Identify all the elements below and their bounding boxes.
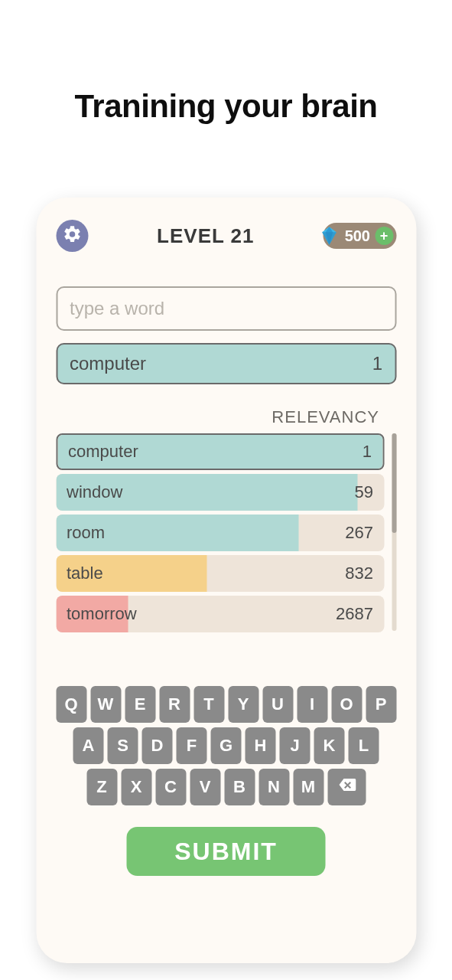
guess-score: 267 bbox=[345, 523, 384, 543]
scrollbar-thumb[interactable] bbox=[392, 433, 396, 533]
key-c[interactable]: C bbox=[155, 769, 186, 805]
guess-score: 2687 bbox=[336, 604, 384, 624]
relevancy-header: RELEVANCY bbox=[56, 407, 396, 427]
settings-button[interactable] bbox=[56, 220, 88, 252]
gem-count: 500 bbox=[345, 227, 370, 245]
key-k[interactable]: K bbox=[314, 727, 345, 764]
key-q[interactable]: Q bbox=[56, 686, 86, 723]
guess-row: room267 bbox=[56, 514, 384, 551]
level-label: LEVEL 21 bbox=[157, 224, 254, 248]
guess-word: computer bbox=[57, 442, 363, 462]
scrollbar[interactable] bbox=[392, 433, 396, 631]
key-l[interactable]: L bbox=[349, 727, 379, 764]
submit-button[interactable]: SUBMIT bbox=[127, 827, 326, 876]
guess-row: table832 bbox=[56, 555, 384, 592]
key-y[interactable]: Y bbox=[228, 686, 259, 723]
key-m[interactable]: M bbox=[293, 769, 324, 805]
guess-score: 832 bbox=[345, 564, 384, 583]
key-v[interactable]: V bbox=[190, 769, 220, 805]
backspace-key[interactable] bbox=[327, 769, 366, 805]
key-u[interactable]: U bbox=[262, 686, 293, 723]
key-r[interactable]: R bbox=[159, 686, 190, 723]
keyboard: QWERTYUIOP ASDFGHJKL ZXCVBNM bbox=[56, 686, 396, 805]
key-b[interactable]: B bbox=[224, 769, 255, 805]
guess-row: window59 bbox=[56, 474, 384, 511]
guess-score: 1 bbox=[363, 442, 382, 462]
key-z[interactable]: Z bbox=[86, 769, 117, 805]
gems-counter[interactable]: 500 + bbox=[324, 223, 396, 249]
top-bar: LEVEL 21 500 + bbox=[56, 219, 396, 253]
key-x[interactable]: X bbox=[121, 769, 151, 805]
guess-row: computer1 bbox=[56, 433, 384, 470]
key-g[interactable]: G bbox=[211, 727, 242, 764]
key-n[interactable]: N bbox=[259, 769, 289, 805]
key-j[interactable]: J bbox=[280, 727, 311, 764]
key-a[interactable]: A bbox=[73, 727, 104, 764]
key-i[interactable]: I bbox=[297, 686, 327, 723]
svg-marker-2 bbox=[322, 232, 337, 244]
current-guess-row: computer 1 bbox=[56, 343, 396, 384]
key-p[interactable]: P bbox=[366, 686, 396, 723]
guess-list: computer1window59room267table832tomorrow… bbox=[56, 433, 384, 632]
backspace-icon bbox=[337, 776, 356, 799]
key-f[interactable]: F bbox=[177, 727, 207, 764]
guess-score: 59 bbox=[355, 482, 384, 502]
guess-word: table bbox=[56, 564, 345, 583]
current-guess-word: computer bbox=[70, 353, 146, 374]
gem-icon bbox=[319, 225, 340, 247]
key-s[interactable]: S bbox=[108, 727, 138, 764]
word-input[interactable] bbox=[56, 286, 396, 331]
key-w[interactable]: W bbox=[90, 686, 121, 723]
key-d[interactable]: D bbox=[142, 727, 173, 764]
key-t[interactable]: T bbox=[193, 686, 224, 723]
key-e[interactable]: E bbox=[125, 686, 155, 723]
current-guess-score: 1 bbox=[372, 353, 382, 374]
phone-frame: LEVEL 21 500 + computer 1 RELEVANCY comp… bbox=[36, 198, 416, 963]
add-gems-button[interactable]: + bbox=[375, 227, 393, 245]
guess-row: tomorrow2687 bbox=[56, 596, 384, 632]
guess-word: room bbox=[56, 523, 345, 543]
key-o[interactable]: O bbox=[331, 686, 362, 723]
key-h[interactable]: H bbox=[246, 727, 276, 764]
gear-icon bbox=[62, 224, 82, 247]
page-title: Tranining your brain bbox=[0, 88, 452, 125]
guess-word: window bbox=[56, 482, 355, 502]
guess-word: tomorrow bbox=[56, 604, 336, 624]
